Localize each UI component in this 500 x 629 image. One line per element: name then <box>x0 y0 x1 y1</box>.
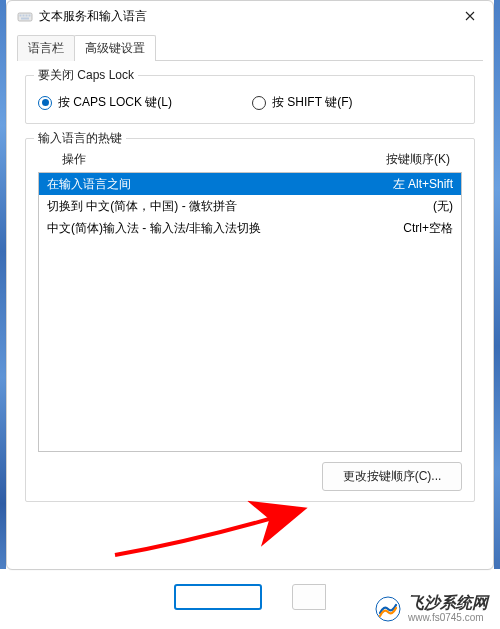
watermark-name: 飞沙系统网 <box>408 594 488 612</box>
hotkeys-group: 输入语言的热键 操作 按键顺序(K) 在输入语言之间 左 Alt+Shift 切… <box>25 138 475 502</box>
list-item-action: 中文(简体)输入法 - 输入法/非输入法切换 <box>47 219 343 237</box>
list-item-action: 切换到 中文(简体，中国) - 微软拼音 <box>47 197 343 215</box>
watermark-url: www.fs0745.com <box>408 612 488 623</box>
svg-rect-0 <box>18 13 32 21</box>
tab-content: 要关闭 Caps Lock 按 CAPS LOCK 键(L) 按 SHIFT 键… <box>7 61 493 530</box>
capslock-radio-row: 按 CAPS LOCK 键(L) 按 SHIFT 键(F) <box>38 88 462 111</box>
app-icon <box>17 8 33 24</box>
hotkeys-group-title: 输入语言的热键 <box>34 130 126 147</box>
svg-rect-4 <box>29 15 31 17</box>
list-item[interactable]: 切换到 中文(简体，中国) - 微软拼音 (无) <box>39 195 461 217</box>
capslock-group-title: 要关闭 Caps Lock <box>34 67 138 84</box>
col-header-action: 操作 <box>44 151 346 168</box>
capslock-group: 要关闭 Caps Lock 按 CAPS LOCK 键(L) 按 SHIFT 键… <box>25 75 475 124</box>
change-key-sequence-button[interactable]: 更改按键顺序(C)... <box>322 462 462 491</box>
list-item-keys: (无) <box>343 197 453 215</box>
radio-label: 按 CAPS LOCK 键(L) <box>58 94 172 111</box>
hotkeys-list-header: 操作 按键顺序(K) <box>38 151 462 172</box>
desktop-bg-right <box>494 0 500 629</box>
titlebar: 文本服务和输入语言 <box>7 1 493 31</box>
radio-icon <box>252 96 266 110</box>
watermark-logo-icon <box>374 595 402 623</box>
svg-rect-3 <box>26 15 28 17</box>
ok-button[interactable] <box>174 584 262 610</box>
list-item-keys: Ctrl+空格 <box>343 219 453 237</box>
tab-language-bar[interactable]: 语言栏 <box>17 35 75 61</box>
list-item-action: 在输入语言之间 <box>47 175 343 193</box>
hotkeys-listbox[interactable]: 在输入语言之间 左 Alt+Shift 切换到 中文(简体，中国) - 微软拼音… <box>38 172 462 452</box>
list-item[interactable]: 在输入语言之间 左 Alt+Shift <box>39 173 461 195</box>
list-item-keys: 左 Alt+Shift <box>343 175 453 193</box>
radio-icon <box>38 96 52 110</box>
svg-rect-2 <box>23 15 25 17</box>
col-header-keys: 按键顺序(K) <box>346 151 456 168</box>
window-title: 文本服务和输入语言 <box>39 8 447 25</box>
radio-label: 按 SHIFT 键(F) <box>272 94 352 111</box>
radio-shift-key[interactable]: 按 SHIFT 键(F) <box>252 94 352 111</box>
dialog-text-services: 文本服务和输入语言 语言栏 高级键设置 要关闭 Caps Lock 按 CAPS… <box>6 0 494 570</box>
svg-rect-1 <box>20 15 22 17</box>
close-icon <box>465 11 475 21</box>
svg-rect-5 <box>21 18 29 20</box>
list-item[interactable]: 中文(简体)输入法 - 输入法/非输入法切换 Ctrl+空格 <box>39 217 461 239</box>
tab-advanced-keys[interactable]: 高级键设置 <box>74 35 156 61</box>
radio-caps-lock-key[interactable]: 按 CAPS LOCK 键(L) <box>38 94 172 111</box>
other-button-partial[interactable] <box>292 584 326 610</box>
watermark-text: 飞沙系统网 www.fs0745.com <box>408 594 488 623</box>
close-button[interactable] <box>447 1 493 31</box>
watermark: 飞沙系统网 www.fs0745.com <box>374 594 488 623</box>
tab-strip: 语言栏 高级键设置 <box>7 31 493 61</box>
hotkeys-button-row: 更改按键顺序(C)... <box>38 452 462 491</box>
